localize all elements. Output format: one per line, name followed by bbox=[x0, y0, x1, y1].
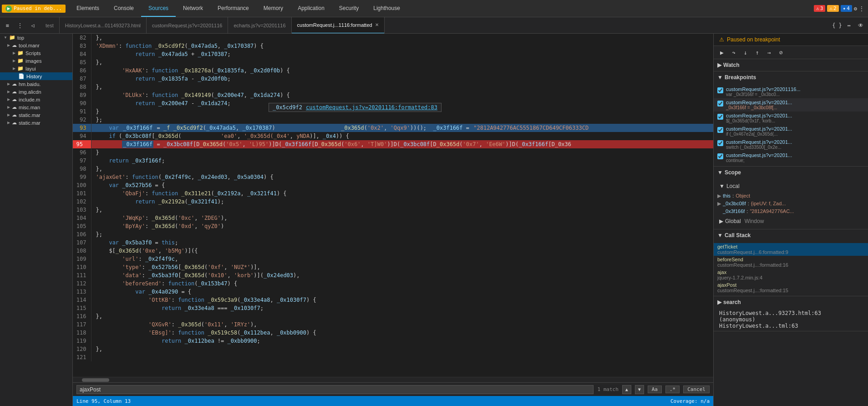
table-row: 118 'EBsg]': function _0x519c58(_0x112be… bbox=[73, 329, 713, 337]
tree-item-img[interactable]: ▶ ☁ img.alicdn bbox=[0, 88, 72, 96]
tree-item-history[interactable]: 📄 History bbox=[0, 72, 72, 80]
status-bar: Line 95, Column 13 Coverage: n/a bbox=[73, 396, 713, 406]
deactivate-breakpoints-btn[interactable]: ⊘ bbox=[777, 48, 786, 57]
search-result-item[interactable]: HistoryLowest.a...tml:63 bbox=[719, 323, 868, 329]
tree-label: img.alicdn bbox=[19, 89, 41, 95]
file-tab-customrequest-formatted[interactable]: customRequest.j...1116:formatted ✕ bbox=[292, 17, 385, 34]
call-item[interactable]: ajax jquery-1.7.2.min.js:4 bbox=[714, 269, 868, 281]
more-icon[interactable]: ⋮ bbox=[859, 5, 864, 12]
tree-item-tool[interactable]: ▶ ☁ tool.manr bbox=[0, 41, 72, 49]
breakpoint-checkbox[interactable] bbox=[717, 140, 723, 146]
file-tab-echarts[interactable]: echarts.js?v=20201116 bbox=[228, 17, 291, 34]
main-area: ▼ 📁 top ▶ ☁ tool.manr ▶ 📁 Scripts ▶ 📁 im… bbox=[0, 34, 868, 406]
expand-arrow: ▶ bbox=[7, 113, 10, 117]
pretty-print-icon[interactable]: ↔ bbox=[843, 20, 854, 31]
tab-performance[interactable]: Performance bbox=[210, 0, 256, 17]
table-row: 83 'XDmmn': function _0x5cd9f2(_0x47ada5… bbox=[73, 42, 713, 50]
toggle-sidebar-icon[interactable]: ≡ bbox=[2, 20, 13, 31]
tree-item-images[interactable]: ▶ 📁 images bbox=[0, 57, 72, 65]
resume-btn[interactable]: ▶ bbox=[717, 48, 726, 57]
step-over-btn[interactable]: ↷ bbox=[729, 48, 738, 57]
tree-item-static1[interactable]: ▶ ☁ static.mar bbox=[0, 111, 72, 119]
tree-item-hm[interactable]: ▶ ☁ hm.baidu. bbox=[0, 80, 72, 88]
call-stack-list: getTicket customRequest.j...6:formatted:… bbox=[714, 241, 868, 296]
breakpoints-section: ▼ Breakpoints customRequest.js?v=2020111… bbox=[714, 71, 868, 167]
tab-elements[interactable]: Elements bbox=[69, 0, 107, 17]
table-row: 117 'QXGvR': _0x365d('0x11', 'IRYz'), bbox=[73, 320, 713, 329]
pause-indicator: ▶ Paused in deb... bbox=[2, 5, 66, 13]
collapse-arrow: ▼ bbox=[719, 183, 725, 189]
table-row: 101 'QbaFj': function _0x311e21(_0x2192a… bbox=[73, 189, 713, 198]
next-match-icon[interactable]: ▼ bbox=[635, 385, 644, 394]
local-label: Local bbox=[726, 183, 740, 189]
add-watch-icon[interactable]: 👁 bbox=[855, 20, 866, 31]
search-result-item[interactable]: (anonymous) bbox=[719, 316, 868, 323]
regex-btn[interactable]: .* bbox=[665, 386, 680, 393]
table-row: 104 'JWqKp': _0x365d('0xc', 'ZDEG'), bbox=[73, 214, 713, 222]
horizontal-scrollbar[interactable] bbox=[73, 377, 713, 382]
tab-network[interactable]: Network bbox=[176, 0, 210, 17]
tree-item-include[interactable]: ▶ ☁ include.m bbox=[0, 96, 72, 103]
search-result-item[interactable]: HistoryLowest.a...93273.html:63 bbox=[719, 310, 868, 316]
file-tab-history[interactable]: HistoryLowest.a...011493273.html bbox=[60, 17, 147, 34]
table-row: 119 return _0x112bea != _0xbb0900; bbox=[73, 337, 713, 345]
scope-header[interactable]: ▼ Scope bbox=[714, 167, 868, 178]
tree-item-misc[interactable]: ▶ ☁ misc.man bbox=[0, 103, 72, 111]
breakpoints-list: customRequest.js?v=20201116... var _0x3f… bbox=[714, 83, 868, 166]
watch-header[interactable]: ▶ Watch bbox=[714, 59, 868, 71]
table-row: 86 'HxAAK': function _0x18276a(_0x1835fa… bbox=[73, 66, 713, 75]
tab-application[interactable]: Application bbox=[290, 0, 332, 17]
more-files-icon[interactable]: ⋮ bbox=[15, 20, 25, 31]
file-tab-test[interactable]: test bbox=[40, 17, 60, 34]
breakpoints-header[interactable]: ▼ Breakpoints bbox=[714, 71, 868, 83]
step-into-btn[interactable]: ↓ bbox=[741, 48, 750, 57]
file-tab-customrequest[interactable]: customRequest.js?v=20201116 bbox=[147, 17, 228, 34]
breakpoint-checkbox[interactable] bbox=[717, 127, 723, 133]
tree-item-top[interactable]: ▼ 📁 top bbox=[0, 34, 72, 41]
search-input[interactable] bbox=[76, 385, 594, 394]
cancel-search-btn[interactable]: Cancel bbox=[683, 386, 710, 393]
tree-item-scripts[interactable]: ▶ 📁 Scripts bbox=[0, 49, 72, 57]
scope-global-header[interactable]: ▶ Global Window bbox=[714, 215, 868, 227]
tree-item-static2[interactable]: ▶ ☁ static.mar bbox=[0, 119, 72, 127]
scope-local-header[interactable]: ▼ Local bbox=[714, 180, 868, 192]
expand-icon[interactable]: ▶ bbox=[717, 193, 721, 199]
call-item[interactable]: ajaxPost customRequest.j...:formatted:15 bbox=[714, 281, 868, 294]
call-item-active[interactable]: getTicket customRequest.j...6:formatted:… bbox=[714, 243, 868, 256]
tab-console[interactable]: Console bbox=[107, 0, 141, 17]
call-item[interactable]: beforeSend customRequest.j...:formatted:… bbox=[714, 256, 868, 269]
tab-security[interactable]: Security bbox=[332, 0, 366, 17]
scrollbar-thumb[interactable] bbox=[82, 378, 109, 382]
step-out-btn[interactable]: ↑ bbox=[753, 48, 762, 57]
step-btn[interactable]: → bbox=[765, 48, 774, 57]
back-icon[interactable]: ◁ bbox=[27, 20, 38, 31]
table-row: 85 }, bbox=[73, 58, 713, 66]
table-row: 110 'type': _0x527b56[_0x365d('0xf', 'NU… bbox=[73, 263, 713, 271]
breakpoint-checkbox[interactable] bbox=[717, 153, 723, 159]
prev-match-icon[interactable]: ▲ bbox=[622, 385, 631, 394]
tree-label: images bbox=[25, 58, 41, 64]
table-row: 120 }, bbox=[73, 345, 713, 353]
breakpoint-checkbox[interactable] bbox=[717, 87, 723, 93]
breakpoint-checkbox[interactable] bbox=[717, 114, 723, 120]
call-fn-name: ajaxPost bbox=[717, 282, 864, 288]
expand-icon[interactable]: ▶ bbox=[717, 201, 721, 207]
match-case-btn[interactable]: Aa bbox=[648, 386, 662, 393]
tooltip-link[interactable]: customRequest.js?v=20201116:formatted:83 bbox=[306, 104, 437, 111]
tree-label: Scripts bbox=[25, 51, 41, 56]
call-stack-header[interactable]: ▼ Call Stack bbox=[714, 229, 868, 241]
play-button[interactable]: ▶ bbox=[5, 5, 12, 12]
format-icon[interactable]: { } bbox=[832, 20, 843, 31]
tab-memory[interactable]: Memory bbox=[256, 0, 290, 17]
tab-lighthouse[interactable]: Lighthouse bbox=[366, 0, 407, 17]
breakpoint-item: customRequest.js?v=20201116... var _0x3f… bbox=[714, 85, 868, 98]
code-editor[interactable]: _0x5cd9f2 customRequest.js?v=20201116:fo… bbox=[73, 34, 713, 377]
tree-item-layui[interactable]: ▶ 📁 layui bbox=[0, 65, 72, 72]
settings-icon[interactable]: ⚙ bbox=[854, 5, 857, 12]
close-tab-icon[interactable]: ✕ bbox=[375, 22, 379, 27]
search-results-header[interactable]: ▶ search bbox=[714, 296, 868, 308]
cloud-icon: ☁ bbox=[12, 104, 17, 110]
tab-sources[interactable]: Sources bbox=[141, 0, 176, 17]
folder-icon: 📁 bbox=[17, 58, 24, 64]
breakpoint-checkbox[interactable] bbox=[717, 101, 723, 107]
